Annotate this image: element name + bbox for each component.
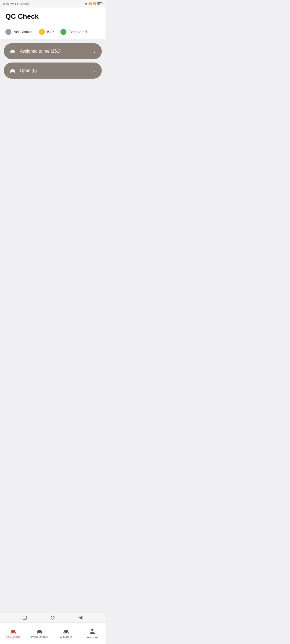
wip-dot — [39, 29, 45, 35]
open-accordion[interactable]: Open (0) ⌄ — [4, 63, 102, 79]
status-time: 5:30 PM | 17.7KB/s — [3, 2, 29, 5]
legend-not-started: Not Started — [5, 29, 32, 35]
completed-label: Completed — [68, 30, 87, 34]
wip-label: WIP — [47, 30, 54, 34]
accordion-left-1: Assigned to me (161) — [9, 49, 61, 54]
svg-point-2 — [11, 71, 12, 72]
legend-row: Not Started WIP Completed — [0, 25, 106, 39]
page-title: QC Check — [5, 12, 100, 21]
svg-point-1 — [14, 52, 15, 53]
chevron-down-icon-2: ⌄ — [92, 68, 96, 74]
legend-completed: Completed — [60, 29, 87, 35]
accordion-label-2: Open (0) — [20, 68, 37, 73]
accordion-left-2: Open (0) — [9, 68, 37, 73]
completed-dot — [60, 29, 66, 35]
svg-point-3 — [14, 71, 15, 72]
accordion-label-1: Assigned to me (161) — [20, 49, 61, 54]
battery-icon — [97, 2, 102, 5]
not-started-dot — [5, 29, 11, 35]
bluetooth-icon: ✱ — [85, 2, 87, 5]
chevron-down-icon-1: ⌄ — [92, 48, 96, 54]
wifi-icon: 📶 — [88, 2, 92, 5]
page-header: QC Check — [0, 8, 106, 25]
assigned-to-me-accordion[interactable]: Assigned to me (161) ⌄ — [4, 43, 102, 59]
car-icon-1 — [9, 49, 16, 54]
not-started-label: Not Started — [13, 30, 32, 34]
legend-wip: WIP — [39, 29, 54, 35]
car-icon-2 — [9, 68, 16, 73]
status-icons: ✱ 📶 📶 — [85, 2, 102, 5]
main-content: Assigned to me (161) ⌄ Open (0) ⌄ — [0, 39, 106, 83]
signal-icon: 📶 — [93, 2, 96, 5]
status-bar: 5:30 PM | 17.7KB/s ✱ 📶 📶 — [0, 0, 106, 8]
svg-point-0 — [11, 52, 12, 53]
